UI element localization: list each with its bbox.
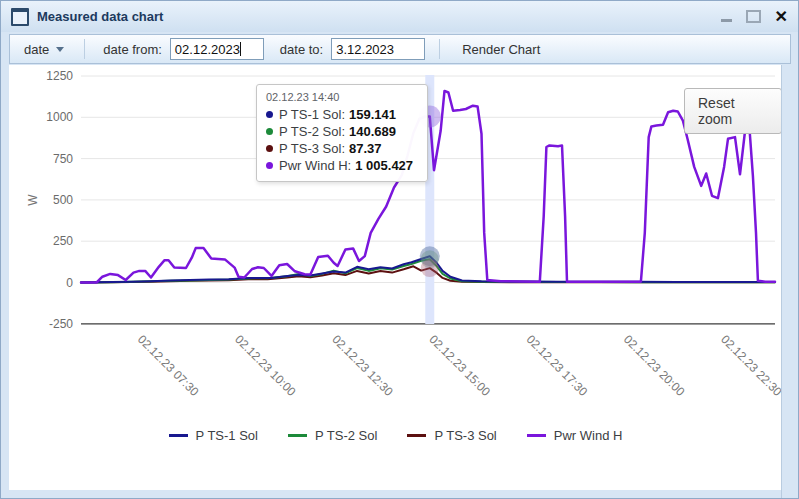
date-from-value: 02.12.2023 [175,42,240,57]
tooltip-row: P TS-3 Sol:87.37 [266,140,418,157]
title-bar: Measured data chart ✕ [1,1,798,32]
date-dropdown-label: date [24,42,49,57]
x-tick-label: 02.12.23 07:30 [135,332,202,399]
x-tick-label: 02.12.23 20:00 [621,332,688,399]
render-chart-button[interactable]: Render Chart [450,42,552,57]
tooltip-series-value: 140.689 [349,123,396,140]
date-dropdown[interactable]: date [10,42,74,57]
window-title: Measured data chart [37,9,163,24]
series-dot-icon [266,128,273,135]
window-controls: ✕ [721,9,788,25]
toolbar-separator [439,39,440,59]
y-tick-label: 750 [53,152,73,166]
date-to-input[interactable]: 3.12.2023 [331,38,425,60]
toolbar: date date from: 02.12.2023 date to: 3.12… [9,34,791,64]
y-tick-label: 0 [66,276,73,290]
legend-label: Pwr Wind H [554,428,623,443]
tooltip-series-label: P TS-1 Sol: [279,106,345,123]
measured-data-chart-window: Measured data chart ✕ date date from: 02… [0,0,799,499]
window-frame-right [781,65,798,498]
tooltip-series-label: Pwr Wind H: [279,157,351,174]
y-tick-label: 1250 [46,69,73,83]
legend-label: P TS-2 Sol [315,428,377,443]
chart-panel: -25002505007501000125002.12.23 07:3002.1… [9,65,782,490]
x-tick-label: 02.12.23 22:30 [718,332,782,399]
tooltip-series-value: 1 005.427 [355,157,413,174]
toolbar-separator [84,39,85,59]
series-dot-icon [266,111,273,118]
tooltip-timestamp: 02.12.23 14:40 [266,91,418,103]
tooltip-series-value: 87.37 [349,140,382,157]
chart-tooltip: 02.12.23 14:40 P TS-1 Sol:159.141P TS-2 … [256,84,428,182]
date-to-value: 3.12.2023 [336,42,394,57]
legend-dash-icon [288,434,307,437]
text-cursor [240,42,241,56]
date-from-input[interactable]: 02.12.2023 [170,38,264,60]
legend-item-pwr-wind-h[interactable]: Pwr Wind H [527,428,623,443]
legend-label: P TS-3 Sol [434,428,496,443]
legend-dash-icon [407,434,426,437]
legend-item-p-ts-3-sol[interactable]: P TS-3 Sol [407,428,496,443]
y-tick-label: 250 [53,234,73,248]
series-dot-icon [266,145,273,152]
minimize-icon[interactable] [721,19,732,22]
y-axis-unit-label: W [26,194,40,205]
y-tick-label: -250 [49,317,73,331]
legend-label: P TS-1 Sol [196,428,258,443]
window-icon [11,8,29,26]
legend-item-p-ts-2-sol[interactable]: P TS-2 Sol [288,428,377,443]
close-icon[interactable]: ✕ [775,9,788,25]
chevron-down-icon [56,47,64,52]
series-dot-icon [266,162,273,169]
date-to-label: date to: [280,42,323,57]
tooltip-row: Pwr Wind H:1 005.427 [266,157,418,174]
y-tick-label: 1000 [46,110,73,124]
x-tick-label: 02.12.23 10:00 [232,332,299,399]
tooltip-row: P TS-1 Sol:159.141 [266,106,418,123]
x-tick-label: 02.12.23 12:30 [329,332,396,399]
chart-legend: P TS-1 SolP TS-2 SolP TS-3 SolPwr Wind H [9,428,782,443]
y-tick-label: 500 [53,193,73,207]
tooltip-series-label: P TS-3 Sol: [279,140,345,157]
x-tick-label: 02.12.23 15:00 [426,332,493,399]
legend-dash-icon [169,434,188,437]
legend-item-p-ts-1-sol[interactable]: P TS-1 Sol [169,428,258,443]
tooltip-series-value: 159.141 [349,106,396,123]
maximize-icon[interactable] [746,10,761,23]
x-tick-label: 02.12.23 17:30 [524,332,591,399]
tooltip-series-label: P TS-2 Sol: [279,123,345,140]
tooltip-row: P TS-2 Sol:140.689 [266,123,418,140]
hover-marker [421,259,439,277]
legend-dash-icon [527,434,546,437]
reset-zoom-button[interactable]: Reset zoom [684,88,782,134]
date-from-label: date from: [103,42,162,57]
